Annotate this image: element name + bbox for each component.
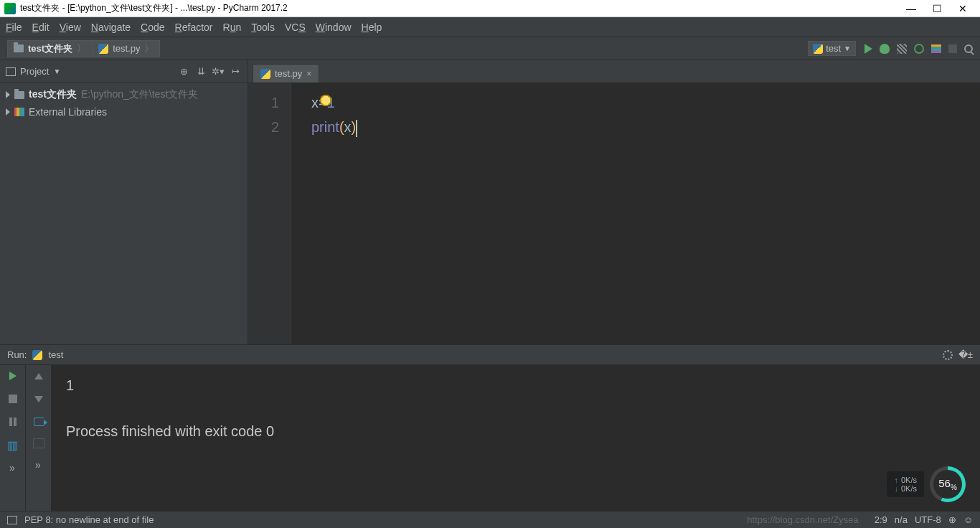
breadcrumb-file[interactable]: test.py 〉 (92, 40, 160, 57)
profile-button[interactable] (914, 44, 924, 54)
tool-window-icon[interactable] (7, 516, 17, 524)
editor-tabs: test.py × (248, 60, 980, 83)
stop-button[interactable] (6, 392, 19, 405)
console-output[interactable]: 1 Process finished with exit code 0 ↑0K/… (52, 365, 980, 511)
python-icon (813, 44, 823, 54)
net-up: 0K/s (901, 476, 917, 484)
project-path: E:\python_文件\test文件夹 (81, 88, 198, 101)
close-tab-icon[interactable]: × (306, 69, 311, 79)
editor-tab-label: test.py (275, 68, 302, 79)
editor-area: test.py × 1 2 x=1 print(x) (248, 60, 980, 344)
project-tree[interactable]: test文件夹 E:\python_文件\test文件夹 External Li… (0, 83, 248, 344)
run-tool-window: Run: test �± ▥ » » 1 Process finished wi… (0, 344, 980, 511)
debug-button[interactable] (880, 44, 890, 54)
collapse-all-icon[interactable]: ⇊ (194, 65, 207, 78)
watermark: https://blog.csdn.net/Zysea (747, 514, 858, 525)
folder-icon (14, 91, 24, 99)
tree-project-root[interactable]: test文件夹 E:\python_文件\test文件夹 (0, 86, 248, 103)
more-button[interactable]: » (6, 461, 19, 474)
python-icon (32, 350, 42, 360)
breadcrumb-root[interactable]: test文件夹 〉 (7, 40, 93, 57)
caret-position[interactable]: 2:9 (875, 514, 887, 525)
menu-refactor[interactable]: Refactor (175, 22, 213, 33)
navigation-bar: test文件夹 〉 test.py 〉 test ▼ (0, 37, 980, 60)
expand-icon[interactable] (6, 91, 10, 98)
external-libs-label: External Libraries (29, 106, 107, 118)
menu-navigate[interactable]: Navigate (91, 22, 131, 33)
run-toolbar-nav: » (26, 365, 52, 511)
line-number: 1 (248, 90, 279, 115)
close-button[interactable]: ✕ (950, 0, 976, 16)
console-exit-line: Process finished with exit code 0 (66, 420, 966, 443)
app-icon (4, 3, 16, 14)
rerun-button[interactable] (6, 369, 19, 382)
scroll-from-source-icon[interactable]: ⊕ (177, 65, 190, 78)
menu-file[interactable]: FFileile (6, 22, 22, 33)
main-area: Project ▼ ⊕ ⇊ ✲▾ ↦ test文件夹 E:\python_文件\… (0, 60, 980, 344)
minimize-button[interactable]: — (898, 0, 924, 16)
run-config-label: test (826, 43, 841, 54)
breadcrumb-root-label: test文件夹 (28, 42, 72, 55)
project-view-icon (6, 67, 16, 76)
menu-vcs[interactable]: VCS (285, 22, 306, 33)
status-bar: PEP 8: no newline at end of file https:/… (0, 511, 980, 528)
hide-icon[interactable]: ↦ (229, 65, 242, 78)
run-label: Run: (7, 349, 27, 360)
code-content[interactable]: x=1 print(x) (291, 83, 980, 344)
chevron-down-icon: ▼ (844, 44, 851, 52)
project-header: Project ▼ ⊕ ⇊ ✲▾ ↦ (0, 60, 248, 83)
network-speed-box: ↑0K/s ↓0K/s (887, 471, 924, 497)
window-title: test文件夹 - [E:\python_文件\test文件夹] - ...\t… (20, 2, 288, 14)
line-number: 2 (248, 115, 279, 139)
menu-help[interactable]: Help (362, 22, 382, 33)
hide-icon[interactable]: �± (958, 349, 973, 360)
editor-tab[interactable]: test.py × (253, 64, 319, 82)
menu-code[interactable]: Code (141, 22, 164, 33)
coverage-button[interactable] (897, 44, 907, 54)
project-name: test文件夹 (29, 88, 77, 101)
gear-icon[interactable] (943, 350, 953, 360)
line-separator[interactable]: n/a (895, 514, 908, 525)
run-config-selector[interactable]: test ▼ (808, 41, 856, 56)
menu-run[interactable]: Run (223, 22, 242, 33)
menu-window[interactable]: Window (316, 22, 352, 33)
window-titlebar: test文件夹 - [E:\python_文件\test文件夹] - ...\t… (0, 0, 980, 17)
code-line[interactable]: x=1 (311, 90, 980, 115)
project-title[interactable]: Project (20, 66, 49, 77)
run-button[interactable] (864, 44, 872, 54)
project-tool-window: Project ▼ ⊕ ⇊ ✲▾ ↦ test文件夹 E:\python_文件\… (0, 60, 248, 344)
more-button[interactable]: » (32, 458, 45, 471)
caret (356, 120, 357, 137)
console-line: 1 (66, 374, 966, 397)
menu-tools[interactable]: Tools (251, 22, 275, 33)
code-line[interactable]: print(x) (311, 115, 980, 139)
up-button[interactable] (32, 369, 45, 382)
inspection-icon[interactable]: ☺ (963, 514, 973, 525)
code-editor[interactable]: 1 2 x=1 print(x) (248, 83, 980, 344)
chevron-down-icon[interactable]: ▼ (53, 67, 60, 75)
scroll-to-end-button[interactable] (33, 438, 44, 448)
down-button[interactable] (32, 392, 45, 405)
gutter: 1 2 (248, 83, 291, 344)
lock-icon[interactable]: ⊕ (948, 514, 956, 525)
console-line (66, 397, 966, 420)
maximize-button[interactable]: ☐ (924, 0, 950, 16)
menu-view[interactable]: View (60, 22, 81, 33)
expand-icon[interactable] (6, 108, 10, 116)
pause-button[interactable] (6, 415, 19, 428)
menu-edit[interactable]: Edit (32, 22, 50, 33)
layout-button[interactable]: ▥ (6, 438, 19, 451)
stop-button[interactable] (948, 44, 957, 53)
concurrency-button[interactable] (931, 44, 941, 53)
library-icon (14, 108, 24, 116)
run-config-name: test (48, 349, 63, 360)
intention-bulb-icon[interactable] (320, 95, 331, 106)
search-everywhere-icon[interactable] (964, 44, 973, 53)
tree-external-libs[interactable]: External Libraries (0, 103, 248, 121)
usage-pct-suffix: % (951, 484, 957, 491)
usage-pct: 56 (938, 477, 951, 489)
file-encoding[interactable]: UTF-8 (915, 514, 941, 525)
run-toolbar-left: ▥ » (0, 365, 26, 511)
gear-icon[interactable]: ✲▾ (212, 65, 225, 78)
soft-wrap-button[interactable] (32, 415, 45, 428)
